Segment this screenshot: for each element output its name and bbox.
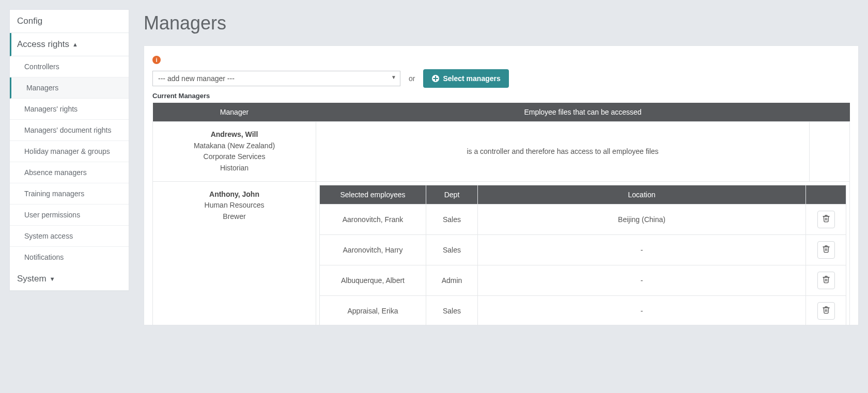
sidebar-section-access-rights-label: Access rights (17, 39, 69, 50)
employee-name: Aaronovitch, Frank (320, 204, 426, 234)
manager-cell: Andrews, Will Matakana (New Zealand) Cor… (153, 122, 316, 182)
plus-circle-icon (431, 74, 440, 83)
chevron-down-icon: ▼ (50, 276, 55, 282)
employee-name: Aaronovitch, Harry (320, 234, 426, 265)
controller-note: is a controller and therefore has access… (316, 122, 810, 182)
th-location: Location (478, 185, 806, 204)
employee-row: Albuquerque, AlbertAdmin- (320, 265, 846, 295)
employee-actions (806, 204, 846, 234)
main-content: Managers i --- add new manager --- or Se… (144, 9, 859, 384)
trash-icon (822, 245, 830, 255)
manager-dept: Human Resources (158, 200, 311, 211)
manager-name: Anthony, John (158, 189, 311, 200)
current-managers-label: Current Managers (152, 92, 850, 100)
sidebar-item-managers-rights[interactable]: Managers' rights (10, 99, 129, 120)
employee-name: Appraisal, Erika (320, 295, 426, 325)
employee-name: Albuquerque, Albert (320, 265, 426, 295)
th-actions (806, 185, 846, 204)
select-managers-button-label: Select managers (443, 74, 500, 83)
sidebar-item-label: System access (24, 232, 73, 240)
sidebar-item-user-permissions[interactable]: User permissions (10, 205, 129, 226)
or-label: or (409, 74, 415, 83)
employees-cell: Selected employees Dept Location Aaronov… (316, 181, 850, 325)
sidebar-section-config-label: Config (17, 16, 42, 26)
manager-location: Matakana (New Zealand) (158, 140, 311, 152)
add-manager-select[interactable]: --- add new manager --- (152, 71, 400, 86)
manager-cell: Anthony, John Human Resources Brewer (153, 181, 316, 325)
th-manager: Manager (153, 103, 316, 122)
employee-location: Beijing (China) (478, 204, 806, 234)
manager-name: Andrews, Will (158, 129, 311, 140)
add-manager-select-wrap: --- add new manager --- (152, 71, 400, 86)
delete-employee-button[interactable] (817, 241, 835, 259)
sidebar-item-label: User permissions (24, 211, 80, 219)
employee-dept: Admin (426, 265, 478, 295)
sidebar-item-label: Managers' rights (24, 105, 78, 113)
sidebar-section-access-rights[interactable]: Access rights ▲ (10, 33, 129, 56)
sidebar-item-managers-document-rights[interactable]: Managers' document rights (10, 120, 129, 141)
sidebar-item-holiday-manager-groups[interactable]: Holiday manager & groups (10, 141, 129, 162)
sidebar-item-label: Notifications (24, 253, 64, 261)
table-row: Anthony, John Human Resources Brewer (153, 181, 850, 325)
trash-icon (822, 306, 830, 316)
delete-employee-button[interactable] (817, 302, 835, 320)
sidebar-item-label: Managers' document rights (24, 126, 111, 134)
employee-row: Appraisal, ErikaSales- (320, 295, 846, 325)
delete-employee-button[interactable] (817, 211, 835, 228)
sidebar-item-controllers[interactable]: Controllers (10, 56, 129, 77)
info-icon[interactable]: i (152, 56, 161, 64)
select-managers-button[interactable]: Select managers (423, 69, 508, 88)
th-dept: Dept (426, 185, 478, 204)
delete-employee-button[interactable] (817, 272, 835, 289)
page-title: Managers (144, 12, 859, 34)
chevron-up-icon: ▲ (72, 41, 78, 48)
manager-role: Historian (158, 163, 311, 174)
trash-icon (822, 275, 830, 285)
add-manager-controls: --- add new manager --- or Select manage… (152, 69, 850, 88)
sidebar-items-access-rights: Controllers Managers Managers' rights Ma… (10, 56, 129, 268)
sidebar-section-system[interactable]: System ▼ (10, 268, 129, 291)
th-files: Employee files that can be accessed (316, 103, 850, 122)
employee-location: - (478, 265, 806, 295)
managers-table: Manager Employee files that can be acces… (152, 103, 850, 325)
table-row: Andrews, Will Matakana (New Zealand) Cor… (153, 122, 850, 182)
manager-dept: Corporate Services (158, 151, 311, 163)
employee-actions (806, 295, 846, 325)
employee-actions (806, 234, 846, 265)
employee-dept: Sales (426, 204, 478, 234)
sidebar-item-label: Training managers (24, 190, 84, 198)
row-actions-empty (810, 122, 850, 182)
employee-row: Aaronovitch, FrankSalesBeijing (China) (320, 204, 846, 234)
trash-icon (822, 214, 830, 224)
sidebar-item-absence-managers[interactable]: Absence managers (10, 162, 129, 183)
sidebar-section-system-label: System (17, 274, 47, 284)
sidebar-item-label: Absence managers (24, 168, 87, 177)
manager-role: Brewer (158, 211, 311, 223)
sidebar: Config Access rights ▲ Controllers Manag… (9, 9, 129, 291)
sidebar-item-label: Controllers (24, 62, 59, 71)
sidebar-section-config[interactable]: Config (10, 10, 129, 33)
employee-row: Aaronovitch, HarrySales- (320, 234, 846, 265)
managers-panel: i --- add new manager --- or Select mana… (144, 45, 859, 325)
employees-table: Selected employees Dept Location Aaronov… (319, 185, 846, 325)
employee-location: - (478, 234, 806, 265)
sidebar-item-label: Managers (26, 84, 58, 92)
sidebar-item-system-access[interactable]: System access (10, 226, 129, 247)
employee-dept: Sales (426, 234, 478, 265)
employee-location: - (478, 295, 806, 325)
employee-dept: Sales (426, 295, 478, 325)
sidebar-item-training-managers[interactable]: Training managers (10, 183, 129, 205)
th-selected-employees: Selected employees (320, 185, 426, 204)
sidebar-item-label: Holiday manager & groups (24, 147, 110, 155)
employee-actions (806, 265, 846, 295)
sidebar-item-notifications[interactable]: Notifications (10, 247, 129, 268)
sidebar-item-managers[interactable]: Managers (10, 77, 129, 99)
